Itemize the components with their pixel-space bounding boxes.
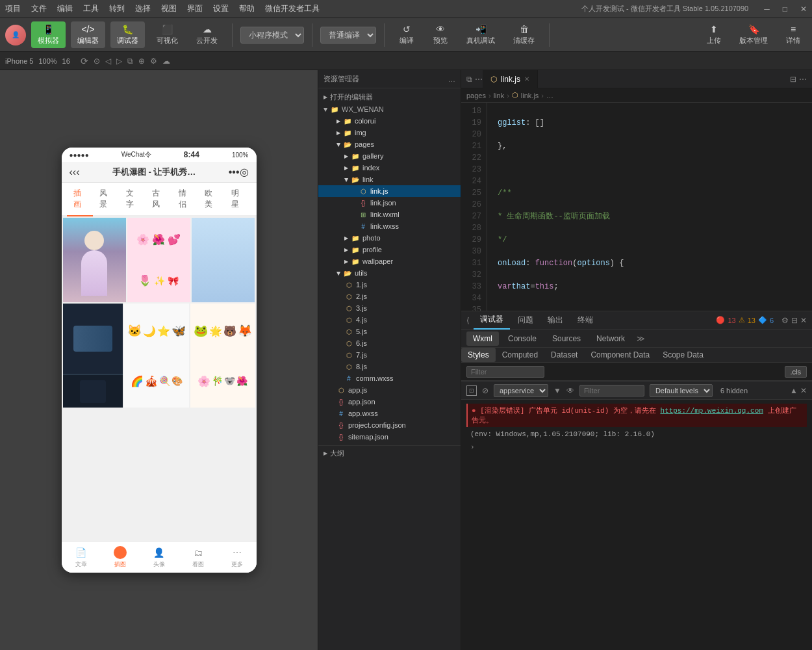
image-cell-stickers[interactable]: 🐱 🌙 ⭐ 🦋 🌈 🎪 🍭 🎨	[124, 304, 189, 408]
debug-collapse-icon[interactable]: ⟨	[466, 316, 470, 325]
file-tree-more-icon[interactable]: …	[448, 75, 455, 83]
rotate-button[interactable]: ⟳	[81, 56, 88, 66]
menu-item-help[interactable]: 帮助	[239, 3, 255, 14]
debug-tab-issues[interactable]: 问题	[511, 311, 540, 330]
menu-item-project[interactable]: 项目	[5, 3, 21, 14]
tree-item-app-wxss[interactable]: # app.wxss	[318, 408, 461, 419]
debug-tab-terminal[interactable]: 终端	[571, 311, 600, 330]
tree-item-colorui[interactable]: ▶ 📁 colorui	[318, 115, 461, 127]
menu-item-edit[interactable]: 编辑	[57, 3, 73, 14]
tree-item-gallery[interactable]: ▶ 📁 gallery	[318, 150, 461, 162]
visual-button[interactable]: ⬛ 可视化	[150, 21, 184, 48]
detail-button[interactable]: ≡ 详情	[780, 21, 807, 48]
tree-item-2js[interactable]: ⬡ 2.js	[318, 291, 461, 302]
editor-more-icon[interactable]: ⋯	[799, 75, 807, 84]
debug-sub-tab-network[interactable]: Network	[590, 332, 631, 346]
style-tab-scope-data[interactable]: Scope Data	[656, 348, 710, 362]
style-tab-styles[interactable]: Styles	[461, 348, 496, 362]
phone-menu-icon[interactable]: •••	[229, 166, 240, 178]
tree-item-project-config[interactable]: {} project.config.json	[318, 419, 461, 431]
share-button[interactable]: ⊕	[138, 57, 145, 66]
minimize-button[interactable]: ─	[764, 5, 770, 14]
cls-button[interactable]: .cls	[785, 366, 807, 378]
tree-item-link-wxss[interactable]: ▶ # link.wxss	[318, 220, 461, 232]
tree-item-link[interactable]: ▶ 📂 link	[318, 174, 461, 185]
menu-item-tool[interactable]: 工具	[83, 3, 99, 14]
tree-item-index[interactable]: ▶ 📁 index	[318, 162, 461, 174]
tree-item-sitemap[interactable]: {} sitemap.json	[318, 431, 461, 443]
menu-item-settings[interactable]: 设置	[213, 3, 229, 14]
cloud2-icon[interactable]: ☁	[162, 57, 170, 66]
device-name[interactable]: iPhone 5	[5, 57, 33, 65]
menu-item-select[interactable]: 选择	[135, 3, 151, 14]
appservice-select[interactable]: appservice	[494, 384, 548, 397]
console-eye-icon[interactable]: 👁	[566, 386, 574, 395]
maximize-button[interactable]: □	[783, 5, 787, 14]
debug-tab-debugger[interactable]: 调试器	[474, 311, 510, 330]
debug-sub-tab-wxml[interactable]: Wxml	[466, 332, 499, 346]
device-resolution[interactable]: 16	[62, 57, 70, 65]
preview-button[interactable]: 👁 预览	[426, 21, 455, 48]
tree-item-5js[interactable]: ⬡ 5.js	[318, 326, 461, 337]
style-tab-dataset[interactable]: Dataset	[544, 348, 584, 362]
tree-item-pages[interactable]: ▶ 📂 pages	[318, 138, 461, 150]
tree-item-utils[interactable]: ▶ 📂 utils	[318, 267, 461, 279]
tree-item-profile[interactable]: ▶ 📁 profile	[318, 244, 461, 255]
console-prompt-line[interactable]: ›	[466, 441, 807, 453]
project-header[interactable]: ▶ 📁 WX_WENAN	[318, 103, 461, 115]
tree-item-7js[interactable]: ⬡ 7.js	[318, 349, 461, 361]
tree-item-8js[interactable]: ⬡ 8.js	[318, 361, 461, 372]
tree-item-app-js[interactable]: ⬡ app.js	[318, 384, 461, 396]
phone-tab-western[interactable]: 欧美	[198, 183, 225, 215]
breadcrumb-link[interactable]: link	[494, 92, 505, 99]
split-editor-icon[interactable]: ⧉	[466, 75, 472, 84]
debugger-button[interactable]: 🐛 调试器	[110, 21, 145, 48]
console-filter-input[interactable]	[579, 385, 644, 396]
image-cell-anime[interactable]	[63, 218, 126, 302]
tools-icon[interactable]: ⚙	[150, 57, 157, 66]
styles-filter-input[interactable]	[466, 366, 544, 378]
menu-item-view[interactable]: 视图	[161, 3, 177, 14]
image-cell-blue[interactable]	[192, 218, 255, 302]
debug-settings-icon[interactable]: ⚙	[781, 316, 789, 325]
home-button[interactable]: ⊙	[94, 57, 100, 66]
outline-section[interactable]: ▶ 大纲	[318, 445, 461, 461]
phone-nav-article[interactable]: 📄 文章	[62, 546, 101, 569]
editor-button[interactable]: </> 编辑器	[71, 21, 105, 48]
back-button[interactable]: ◁	[105, 57, 111, 66]
console-error-link[interactable]: https://mp.weixin.qq.com	[660, 407, 763, 415]
cloud-button[interactable]: ☁ 云开发	[190, 21, 224, 48]
debug-split-icon[interactable]: ⊟	[791, 316, 798, 325]
phone-nav-avatar[interactable]: 👤 头像	[140, 546, 179, 569]
menu-item-goto[interactable]: 转到	[109, 3, 125, 14]
phone-nav-illustration[interactable]: 🖼 插图	[101, 546, 140, 569]
copy-button[interactable]: ⧉	[127, 57, 133, 66]
phone-tab-ancient[interactable]: 古风	[146, 183, 172, 215]
console-collapse-icon[interactable]: ▲	[790, 386, 798, 395]
console-header-icon[interactable]: ⊡	[466, 385, 477, 396]
tree-item-photo[interactable]: ▶ 📁 photo	[318, 232, 461, 244]
breadcrumb-pages[interactable]: pages	[466, 92, 486, 99]
tabs-overflow-icon[interactable]: ⋯	[475, 75, 483, 84]
tree-item-4js[interactable]: ⬡ 4.js	[318, 314, 461, 326]
phone-nav-more[interactable]: ⋯ 更多	[218, 546, 257, 569]
phone-back-icon[interactable]: ‹‹‹	[70, 166, 80, 178]
menu-item-file[interactable]: 文件	[31, 3, 47, 14]
forward-button[interactable]: ▷	[116, 57, 122, 66]
console-appservice-arrow[interactable]: ▼	[553, 386, 561, 395]
simulator-button[interactable]: 📱 模拟器	[31, 21, 66, 48]
editor-collapse-icon[interactable]: ⊟	[790, 75, 796, 84]
tree-item-link-js[interactable]: ▶ ⬡ link.js	[318, 185, 461, 197]
image-cell-dark[interactable]	[63, 304, 123, 408]
phone-tab-celebrity[interactable]: 明星	[225, 183, 251, 215]
tree-item-link-json[interactable]: ▶ {} link.json	[318, 197, 461, 209]
device-zoom[interactable]: 100%	[38, 57, 57, 65]
more-tabs-icon[interactable]: ≫	[634, 332, 648, 346]
compile-button[interactable]: ↺ 编译	[392, 21, 421, 48]
debug-close-icon[interactable]: ✕	[800, 316, 807, 325]
tree-item-6js[interactable]: ⬡ 6.js	[318, 337, 461, 349]
breadcrumb-link-js[interactable]: link.js	[521, 92, 539, 99]
tree-item-wallpaper[interactable]: ▶ 📁 wallpaper	[318, 255, 461, 267]
breadcrumb-more[interactable]: …	[546, 92, 553, 99]
console-levels-select[interactable]: Default levels	[650, 384, 713, 397]
